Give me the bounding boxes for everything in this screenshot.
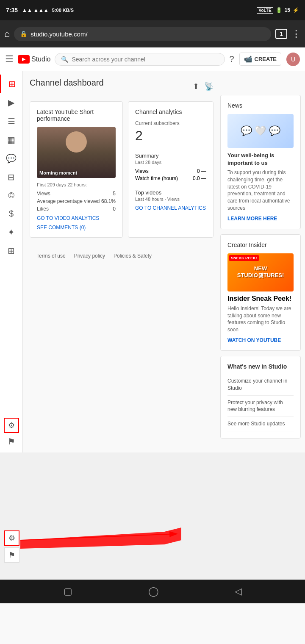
speed-display: 5:00 KB/S — [52, 8, 74, 13]
subtitles-icon: ⊟ — [8, 172, 15, 182]
news-article-title: Your well-being is important to us — [227, 152, 274, 166]
svg-marker-1 — [20, 527, 181, 549]
tab-count[interactable]: 1 — [275, 29, 287, 39]
page-header-row: Channel dashboard ⬆ 📡 — [30, 78, 214, 94]
whats-new-card: What's new in Studio Customize your chan… — [220, 356, 301, 439]
analytics-icon: ▦ — [7, 135, 15, 145]
summary-title: Summary — [135, 153, 206, 159]
learn-more-link[interactable]: LEARN MORE HERE — [227, 216, 277, 222]
feedback-bottom-icon[interactable]: ⚑ — [4, 547, 19, 563]
video-thumbnail[interactable]: Morning moment — [37, 127, 116, 178]
create-label: CREATE — [255, 56, 277, 62]
url-text: studio.youtube.com/ — [30, 31, 87, 38]
live-icon[interactable]: 📡 — [204, 82, 214, 91]
search-icon: 🔍 — [61, 56, 68, 63]
news-body: Your well-being is important to us To su… — [227, 151, 294, 222]
terms-link[interactable]: Terms of use — [36, 253, 66, 259]
time-display: 7:35 — [6, 7, 18, 14]
top-videos-sub: Last 48 hours · Views — [135, 197, 206, 202]
charging-icon: ⚡ — [293, 7, 299, 13]
monetization-icon: $ — [9, 209, 14, 219]
annotation-area: ⚙ ⚑ — [0, 452, 305, 580]
privacy-link[interactable]: Privacy policy — [74, 253, 105, 259]
analytics-views-label: Views — [135, 168, 149, 174]
search-input[interactable] — [72, 56, 219, 63]
nav-recents-button[interactable]: ▢ — [64, 586, 72, 597]
channel-analytics-card: Channel analytics Current subscribers 2 … — [128, 101, 214, 238]
analytics-views-value: 0 — — [197, 168, 206, 174]
video-label: Morning moment — [39, 170, 77, 175]
main-layout: ⊞ ▶ ☰ ▦ 💬 ⊟ © $ ✦ ⊞ ⚙ ⚑ — [0, 71, 305, 452]
annotation-arrow — [20, 525, 186, 551]
stat-likes-label: Likes — [37, 206, 49, 212]
app-header: ☰ Studio 🔍 ? 📹 CREATE U — [0, 47, 305, 71]
sidebar-item-content[interactable]: ▶ — [0, 93, 22, 112]
see-comments-link[interactable]: SEE COMMENTS (0) — [37, 225, 116, 230]
settings-icon-box[interactable]: ⚙ — [4, 418, 19, 433]
whats-new-item-1[interactable]: Protect your privacy with new blurring f… — [227, 396, 294, 417]
subscribers-label: Current subscribers — [135, 120, 206, 126]
url-bar[interactable]: 🔒 studio.youtube.com/ — [14, 27, 271, 41]
creator-insider-image: SNEAK PEEK! — [227, 253, 294, 291]
watch-on-youtube-link[interactable]: WATCH ON YOUTUBE — [227, 337, 281, 343]
sidebar-item-analytics[interactable]: ▦ — [0, 130, 22, 149]
analytics-watchtime-value: 0.0 — — [193, 175, 206, 181]
creator-insider-card: Creator Insider SNEAK PEEK! Insider Snea… — [220, 234, 301, 351]
feedback-icon: ⚑ — [8, 436, 15, 447]
sidebar-item-monetization[interactable]: $ — [0, 205, 22, 223]
whats-new-item-0[interactable]: Customize your channel in Studio — [227, 374, 294, 396]
stat-avg-value: 68.1% — [101, 198, 116, 204]
content-area: Channel dashboard ⬆ 📡 Latest YouTube Sho… — [23, 71, 220, 452]
video-analytics-link[interactable]: GO TO VIDEO ANALYTICS — [37, 215, 116, 221]
news-image — [227, 114, 294, 148]
page-header-icons: ⬆ 📡 — [193, 82, 214, 91]
sidebar-item-playlists[interactable]: ☰ — [0, 112, 22, 130]
settings-bottom-icon[interactable]: ⚙ — [4, 530, 19, 546]
user-avatar[interactable]: U — [286, 53, 300, 66]
lock-icon: 🔒 — [20, 31, 27, 37]
stat-avg-label: Average percentage viewed — [37, 198, 100, 204]
nav-home-button[interactable]: ◯ — [148, 586, 159, 597]
analytics-row-watchtime: Watch time (hours) 0.0 — — [135, 175, 206, 181]
whats-new-title: What's new in Studio — [227, 363, 294, 370]
hamburger-menu-icon[interactable]: ☰ — [5, 54, 14, 65]
upload-icon[interactable]: ⬆ — [193, 82, 199, 91]
whats-new-item-2[interactable]: See more Studio updates — [227, 417, 294, 431]
help-icon[interactable]: ? — [229, 54, 234, 64]
playlists-icon: ☰ — [8, 116, 15, 126]
nav-back-button[interactable]: ◁ — [235, 586, 242, 597]
news-title: News — [227, 102, 294, 109]
youtube-icon — [18, 55, 30, 64]
customization-icon: ✦ — [8, 227, 15, 237]
home-icon[interactable]: ⌂ — [4, 28, 10, 39]
analytics-watchtime-label: Watch time (hours) — [135, 175, 178, 181]
sidebar-item-subtitles[interactable]: ⊟ — [0, 168, 22, 186]
stat-views-label: Views — [37, 191, 50, 197]
browser-menu-icon[interactable]: ⋮ — [291, 28, 301, 39]
creator-insider-body: Hello Insiders! Today we are talking abo… — [227, 305, 294, 333]
analytics-card-title: Channel analytics — [135, 108, 206, 115]
copyright-icon: © — [8, 191, 14, 200]
create-button[interactable]: 📹 CREATE — [239, 53, 281, 66]
sidebar-item-comments[interactable]: 💬 — [0, 149, 22, 168]
channel-analytics-link[interactable]: GO TO CHANNEL ANALYTICS — [135, 205, 206, 211]
policies-link[interactable]: Policies & Safety — [114, 253, 152, 259]
sidebar-item-customization[interactable]: ✦ — [0, 223, 22, 242]
sidebar-item-copyright[interactable]: © — [0, 186, 22, 205]
creator-insider-video-title: Insider Sneak Peek! — [227, 295, 291, 302]
summary-subtitle: Last 28 days — [135, 160, 206, 165]
android-nav-bar: ▢ ◯ ◁ — [0, 580, 305, 603]
status-left: 7:35 ▲▲ ▲▲▲ 5:00 KB/S — [6, 7, 74, 14]
youtube-studio-logo: Studio — [18, 55, 50, 64]
volte-icon: VoLTE — [257, 7, 273, 14]
sidebar: ⊞ ▶ ☰ ▦ 💬 ⊟ © $ ✦ ⊞ ⚙ ⚑ — [0, 71, 23, 452]
dashboard-icon: ⊞ — [8, 79, 16, 89]
top-videos-title: Top videos — [135, 189, 206, 196]
right-panel: News Your well-being is important to us … — [220, 71, 305, 452]
studio-label: Studio — [31, 56, 50, 63]
search-bar[interactable]: 🔍 — [55, 53, 225, 66]
sidebar-item-library[interactable]: ⊞ — [0, 242, 22, 260]
sidebar-item-dashboard[interactable]: ⊞ — [0, 75, 22, 93]
subscribers-value: 2 — [135, 128, 206, 144]
sidebar-item-feedback[interactable]: ⚑ — [0, 435, 22, 448]
